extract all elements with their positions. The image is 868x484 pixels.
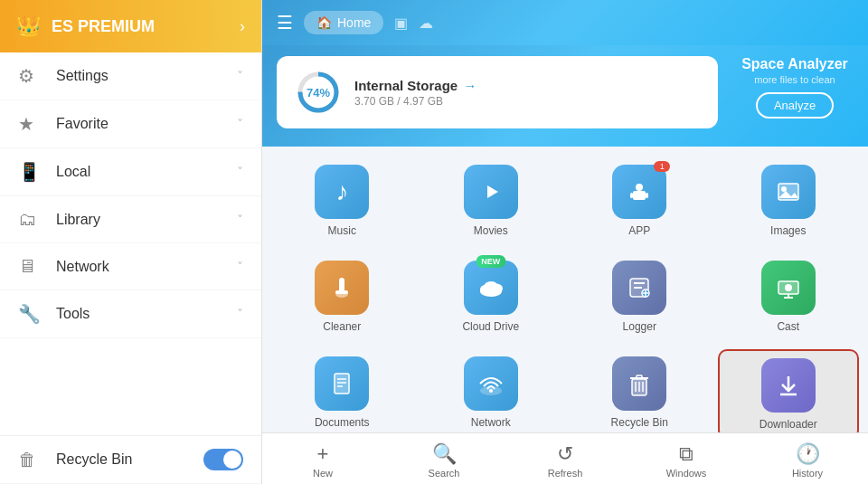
sidebar-item-label: Network [56,259,237,275]
recycle-bin-icon-box [612,356,666,411]
app-icon-box: 1 [612,165,666,219]
premium-button[interactable]: 👑 ES PREMIUM › [0,0,261,52]
svg-rect-10 [339,278,344,292]
network-label: Network [471,416,511,429]
settings-icon: ⚙ [18,65,43,87]
cleaner-label: Cleaner [323,320,361,333]
grid-item-movies[interactable]: Movies [420,157,562,244]
sidebar-item-network[interactable]: 🖥 Network ˅ [0,243,261,290]
grid-item-music[interactable]: ♪ Music [271,157,413,244]
grid-item-cleaner[interactable]: Cleaner [271,253,413,340]
cloud-drive-icon-box: NEW [464,261,518,315]
images-label: Images [770,224,806,237]
grid-item-logger[interactable]: Logger [569,253,711,340]
sidebar-item-settings[interactable]: ⚙ Settings ˅ [0,52,261,100]
downloader-label: Downloader [760,418,817,431]
cast-icon-box [761,261,816,315]
premium-arrow: › [240,17,245,36]
bottom-btn-new[interactable]: + New [262,439,383,482]
new-label: New [313,468,333,479]
bottom-btn-search[interactable]: 🔍 Search [383,439,505,482]
chevron-icon: ˅ [237,260,243,274]
tools-icon: 🔧 [18,303,43,325]
bottom-btn-refresh[interactable]: ↺ Refresh [505,439,626,482]
music-icon-box: ♪ [315,165,369,219]
storage-card[interactable]: 74% Internal Storage → 3.70 GB / 4.97 GB [277,56,718,128]
premium-label: ES PREMIUM [52,17,240,36]
sidebar-item-label: Favorite [56,116,237,132]
star-icon: ★ [18,113,43,135]
menu-icon[interactable]: ☰ [277,12,293,33]
svg-point-26 [785,284,792,291]
bottom-btn-history[interactable]: 🕐 History [747,439,868,482]
crown-icon: 👑 [16,14,41,38]
chevron-icon: ˅ [237,307,243,321]
recycle-bin-label: Recycle Bin [56,451,203,468]
grid-item-cloud-drive[interactable]: NEW Cloud Drive [420,253,562,340]
network-icon-box [464,356,518,411]
sidebar-item-label: Library [56,212,237,228]
storage-name: Internal Storage → [354,78,476,93]
storage-donut: 74% [295,69,342,116]
sidebar-item-library[interactable]: 🗂 Library ˅ [0,196,261,243]
svg-point-3 [636,184,643,191]
svg-point-32 [489,389,493,393]
grid-item-network[interactable]: Network [420,349,562,432]
sidebar-item-label: Tools [56,306,237,322]
bottom-btn-windows[interactable]: ⧉ Windows [626,439,747,482]
svg-point-16 [484,281,498,292]
svg-rect-6 [646,193,648,198]
recycle-bin-label: Recycle Bin [611,416,668,429]
search-label: Search [429,468,460,479]
sidebar: 👑 ES PREMIUM › ⚙ Settings ˅ ★ Favorite ˅… [0,0,262,484]
sidebar-item-local[interactable]: 📱 Local ˅ [0,148,261,196]
local-icon: 📱 [18,161,43,183]
sidebar-item-recycle-bin[interactable]: 🗑 Recycle Bin [0,435,261,484]
grid-item-downloader[interactable]: Downloader [718,349,860,432]
app-label: APP [628,224,650,237]
space-analyzer-subtitle: more files to clean [736,74,854,85]
new-badge: NEW [476,255,505,268]
grid-item-recycle-bin[interactable]: Recycle Bin [569,349,711,432]
home-label: Home [337,15,371,30]
app-badge: 1 [654,161,670,172]
sidebar-item-label: Settings [56,68,237,84]
cast-label: Cast [777,320,799,333]
refresh-label: Refresh [548,468,583,479]
history-label: History [792,468,823,479]
svg-rect-12 [335,290,348,294]
sidebar-item-favorite[interactable]: ★ Favorite ˅ [0,100,261,148]
sidebar-item-tools[interactable]: 🔧 Tools ˅ [0,290,261,338]
chevron-icon: ˅ [237,69,243,83]
movies-icon-box [464,165,518,219]
grid-item-cast[interactable]: Cast [718,253,860,340]
movies-label: Movies [474,224,508,237]
space-analyzer: Space Analyzer more files to clean Analy… [736,56,854,119]
svg-rect-27 [335,374,349,394]
grid-item-documents[interactable]: Documents [271,349,413,432]
logger-icon-box [612,261,666,315]
downloader-icon-box [761,358,816,413]
logger-label: Logger [623,320,656,333]
svg-rect-5 [630,193,633,198]
home-button[interactable]: 🏠 Home [304,11,383,34]
analyze-button[interactable]: Analyze [756,92,834,119]
storage-arrow: → [463,78,476,93]
cloud-icon: ☁ [419,14,433,32]
svg-marker-2 [487,185,498,198]
top-row: 74% Internal Storage → 3.70 GB / 4.97 GB… [262,45,868,147]
svg-rect-4 [633,191,646,200]
storage-percent: 74% [307,86,330,100]
space-analyzer-title: Space Analyzer [736,56,854,72]
recycle-toggle[interactable] [203,449,243,470]
chevron-icon: ˅ [237,213,243,227]
new-icon: + [317,442,329,466]
grid-item-images[interactable]: Images [718,157,860,244]
grid-item-app[interactable]: 1 APP [569,157,711,244]
images-icon-box [761,165,816,219]
app-grid: ♪ Music Movies 1 [271,157,859,432]
library-icon: 🗂 [18,209,43,230]
music-label: Music [328,224,356,237]
documents-label: Documents [315,416,370,429]
recycle-icon: 🗑 [18,450,43,470]
